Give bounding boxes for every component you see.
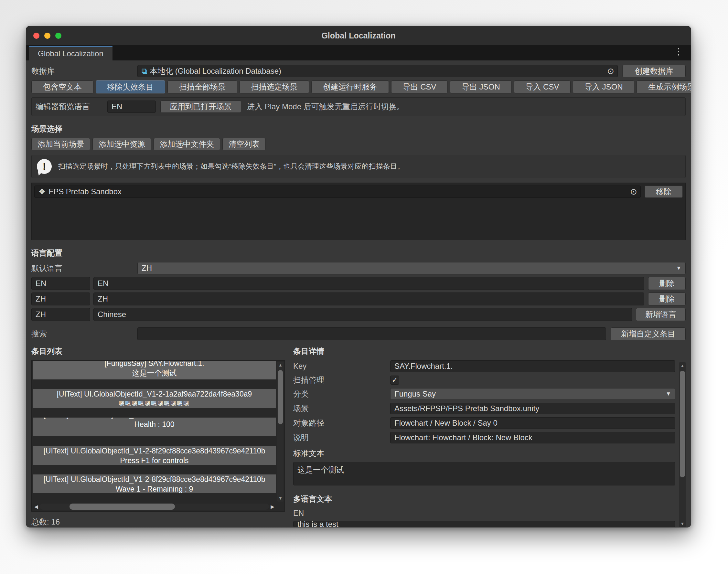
- search-row: 搜索 新增自定义条目: [31, 327, 686, 340]
- database-object-field[interactable]: ⧉ 本地化 (Global Localization Database) ⊙: [137, 65, 618, 77]
- search-label: 搜索: [31, 329, 137, 339]
- checkmark-icon: ✓: [392, 376, 398, 384]
- scene-path-input[interactable]: Assets/RFPSP/FPS Prefab Sandbox.unity: [390, 403, 675, 414]
- add-selected-assets-button[interactable]: 添加选中资源: [92, 138, 151, 150]
- add-language-button[interactable]: 新增语言: [636, 308, 686, 321]
- multilang-en-input[interactable]: this is a test: [293, 521, 675, 527]
- scrollbar-thumb[interactable]: [70, 503, 175, 510]
- close-button[interactable]: [33, 33, 39, 39]
- object-picker-icon[interactable]: ⊙: [607, 66, 614, 76]
- scene-picker-icon[interactable]: ⊙: [630, 187, 637, 197]
- delete-language-button[interactable]: 删除: [648, 277, 686, 290]
- scene-list-panel: ❖ FPS Prefab Sandbox ⊙ 移除: [31, 182, 686, 240]
- standard-text-label: 标准文本: [293, 448, 675, 459]
- editor-language-input[interactable]: EN: [107, 100, 156, 113]
- entry-total-label: 总数: 16: [31, 517, 285, 527]
- import-csv-button[interactable]: 导入 CSV: [514, 80, 571, 93]
- import-json-button[interactable]: 导入 JSON: [573, 80, 634, 93]
- database-value: 本地化 (Global Localization Database): [150, 66, 281, 76]
- key-row: Key SAY.Flowchart.1.: [293, 360, 675, 372]
- entry-detail-column: 条目详情 Key SAY.Flowchart.1. 扫描管理 ✓ 分类: [293, 346, 686, 527]
- scroll-down-icon[interactable]: ▼: [679, 521, 686, 526]
- entry-value: Wave 1 - Remaining : 9: [33, 485, 276, 493]
- add-selected-folder-button[interactable]: 添加选中文件夹: [154, 138, 220, 150]
- database-row: 数据库 ⧉ 本地化 (Global Localization Database)…: [31, 65, 686, 77]
- object-path-row: 对象路径 Flowchart / New Block / Say 0: [293, 417, 675, 429]
- list-item[interactable]: [UIText] UI.GlobalObjectId_V1-2-8f29cf88…: [33, 475, 276, 493]
- list-item[interactable]: [UIText] UI.GlobalObjectId_V1-2-8f29cf88…: [33, 418, 276, 436]
- create-database-button[interactable]: 创建数据库: [622, 65, 686, 77]
- scroll-up-icon[interactable]: ▲: [679, 363, 686, 368]
- info-helpbox: ! 扫描选定场景时，只处理下方列表中的场景；如果勾选“移除失效条目”，也只会清理…: [31, 155, 686, 178]
- title-bar: Global Localization: [26, 26, 691, 45]
- tab-label: Global Localization: [38, 49, 104, 58]
- entry-key: [UIText] UI.GlobalObjectId_V1-2-8f29cf88…: [33, 418, 276, 420]
- scroll-left-icon[interactable]: ◀: [33, 504, 40, 510]
- default-language-value: ZH: [141, 264, 152, 273]
- language-config-heading: 语言配置: [31, 248, 686, 258]
- remove-scene-button[interactable]: 移除: [645, 186, 683, 198]
- language-name-input[interactable]: ZH: [93, 292, 644, 305]
- category-dropdown[interactable]: Fungus Say ▼: [390, 388, 675, 400]
- include-empty-text-toggle[interactable]: 包含空文本: [31, 80, 93, 93]
- standard-text-textarea[interactable]: 这是一个测试: [293, 462, 675, 485]
- scan-selected-scenes-button[interactable]: 扫描选定场景: [240, 80, 309, 93]
- delete-language-button[interactable]: 删除: [648, 292, 686, 305]
- scene-asset-icon: ❖: [38, 187, 46, 196]
- list-item[interactable]: [UIText] UI.GlobalObjectId_V1-2-1a2af9aa…: [33, 389, 276, 408]
- play-mode-note: 进入 Play Mode 后可触发无重启运行时切换。: [247, 101, 404, 112]
- search-input[interactable]: [137, 327, 606, 340]
- scan-all-scenes-button[interactable]: 扫描全部场景: [167, 80, 237, 93]
- tab-global-localization[interactable]: Global Localization: [29, 46, 113, 60]
- traffic-lights: [33, 26, 62, 45]
- scene-name: FPS Prefab Sandbox: [49, 187, 122, 196]
- bottom-columns: 条目列表 [FungusSay] SAY.Flowchart.1. 这是一个测试…: [31, 346, 686, 527]
- language-code-input[interactable]: ZH: [31, 292, 90, 305]
- entry-key: [UIText] UI.GlobalObjectId_V1-2-8f29cf88…: [33, 475, 276, 485]
- default-language-dropdown[interactable]: ZH ▼: [137, 262, 686, 274]
- entry-value: 嗯嗯嗯嗯嗯嗯嗯嗯嗯嗯嗯: [33, 399, 276, 408]
- apply-to-open-scenes-button[interactable]: 应用到已打开场景: [160, 100, 241, 113]
- scene-select-buttons: 添加当前场景 添加选中资源 添加选中文件夹 清空列表: [31, 138, 686, 150]
- object-path-input[interactable]: Flowchart / New Block / Say 0: [390, 417, 675, 429]
- language-row-new: ZH Chinese 新增语言: [31, 308, 686, 321]
- chevron-down-icon: ▼: [676, 265, 681, 272]
- database-label: 数据库: [31, 66, 137, 76]
- window-menu-icon[interactable]: ⋮: [674, 47, 683, 56]
- scrollbar-thumb[interactable]: [680, 371, 685, 477]
- new-language-name-input[interactable]: Chinese: [93, 308, 632, 321]
- scene-object-field[interactable]: ❖ FPS Prefab Sandbox ⊙: [34, 186, 641, 198]
- entry-key: [UIText] UI.GlobalObjectId_V1-2-1a2af9aa…: [33, 389, 276, 399]
- scrollbar-track[interactable]: [40, 503, 269, 510]
- scroll-down-icon[interactable]: ▼: [277, 496, 284, 501]
- zoom-button[interactable]: [55, 33, 62, 39]
- note-input[interactable]: Flowchart: Flowchart / Block: New Block: [390, 432, 675, 443]
- add-current-scene-button[interactable]: 添加当前场景: [31, 138, 90, 150]
- entry-list-vertical-scrollbar[interactable]: ▲ ▼: [277, 362, 284, 502]
- list-item[interactable]: [FungusSay] SAY.Flowchart.1. 这是一个测试: [33, 361, 276, 379]
- add-custom-entry-button[interactable]: 新增自定义条目: [611, 327, 686, 340]
- minimize-button[interactable]: [44, 33, 50, 39]
- language-name-input[interactable]: EN: [93, 277, 644, 290]
- scroll-up-icon[interactable]: ▲: [277, 363, 284, 367]
- new-language-code-input[interactable]: ZH: [31, 308, 90, 321]
- note-row: 说明 Flowchart: Flowchart / Block: New Blo…: [293, 432, 675, 443]
- scroll-right-icon[interactable]: ▶: [269, 504, 276, 510]
- remove-stale-entries-toggle[interactable]: 移除失效条目: [96, 80, 165, 93]
- clear-list-button[interactable]: 清空列表: [223, 138, 266, 150]
- app-window: Global Localization Global Localization …: [26, 26, 691, 528]
- export-csv-button[interactable]: 导出 CSV: [391, 80, 448, 93]
- scrollbar-thumb[interactable]: [278, 370, 283, 424]
- export-json-button[interactable]: 导出 JSON: [450, 80, 512, 93]
- generate-sample-scene-button[interactable]: 生成示例场景: [637, 80, 691, 93]
- language-code-input[interactable]: EN: [31, 277, 90, 290]
- editor-language-label: 编辑器预览语言: [36, 101, 107, 112]
- list-item[interactable]: [UIText] UI.GlobalObjectId_V1-2-8f29cf88…: [33, 446, 276, 465]
- key-input[interactable]: SAY.Flowchart.1.: [390, 360, 675, 372]
- default-language-row: 默认语言 ZH ▼: [31, 262, 686, 274]
- entry-list-horizontal-scrollbar[interactable]: ◀ ▶: [33, 503, 276, 510]
- scan-managed-checkbox[interactable]: ✓: [390, 376, 399, 384]
- scene-select-heading: 场景选择: [31, 124, 686, 134]
- detail-vertical-scrollbar[interactable]: ▲ ▼: [679, 362, 686, 527]
- create-runtime-service-button[interactable]: 创建运行时服务: [311, 80, 389, 93]
